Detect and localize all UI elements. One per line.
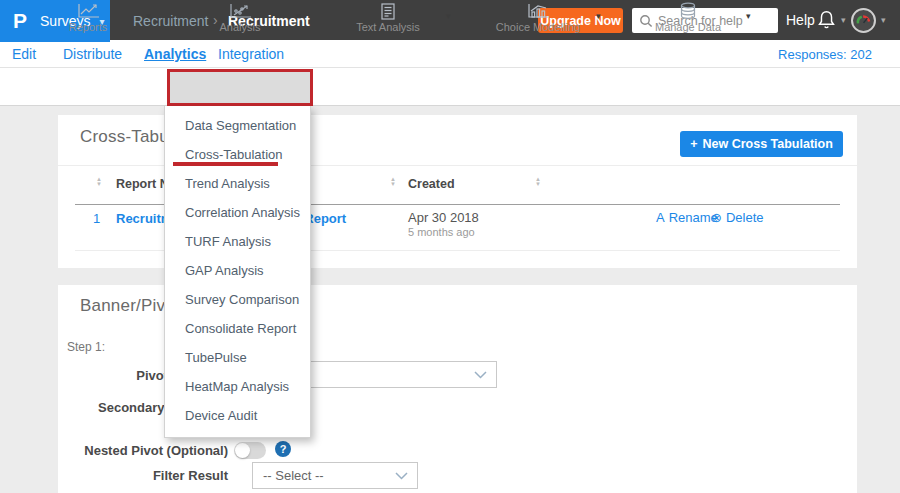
delete-circle-icon: ⊗ bbox=[711, 210, 722, 225]
created-date: Apr 30 2018 bbox=[408, 210, 479, 225]
chevron-down-icon[interactable]: ▾ bbox=[446, 11, 451, 21]
toolbar-item-text-analysis[interactable]: Text Analysis bbox=[328, 2, 448, 33]
tab-integration[interactable]: Integration bbox=[218, 46, 284, 62]
scatter-chart-icon bbox=[180, 2, 300, 20]
account-avatar[interactable] bbox=[851, 8, 876, 33]
menu-item-gap-analysis[interactable]: GAP Analysis bbox=[165, 256, 310, 285]
notifications-bell-icon[interactable] bbox=[816, 9, 837, 34]
analysis-highlight-annotation bbox=[167, 69, 313, 106]
toolbar-item-label: Choice Modelling bbox=[478, 21, 598, 33]
row-index: 1 bbox=[93, 211, 100, 226]
gauge-icon bbox=[853, 10, 874, 31]
help-question-icon[interactable]: ? bbox=[275, 441, 291, 457]
database-icon bbox=[628, 2, 748, 20]
rename-a-icon: A bbox=[656, 210, 665, 225]
sort-icon[interactable]: ▲▼ bbox=[535, 177, 541, 187]
nested-pivot-label: Nested Pivot (Optional) bbox=[58, 443, 228, 458]
menu-item-survey-comparison[interactable]: Survey Comparison bbox=[165, 285, 310, 314]
bar-line-chart-icon bbox=[478, 2, 598, 20]
cross-tabulation-underline-annotation bbox=[173, 162, 278, 166]
chevron-down-icon[interactable]: ▾ bbox=[596, 11, 601, 21]
toolbar-item-label: Manage Data bbox=[628, 21, 748, 33]
responses-count-link[interactable]: Responses: 202 bbox=[778, 47, 872, 62]
text-document-icon bbox=[328, 2, 448, 20]
chevron-down-icon[interactable]: ▾ bbox=[841, 15, 846, 25]
toolbar-item-label: Reports bbox=[28, 21, 148, 33]
created-ago: 5 months ago bbox=[408, 226, 475, 238]
menu-item-trend-analysis[interactable]: Trend Analysis bbox=[165, 169, 310, 198]
menu-item-device-audit[interactable]: Device Audit bbox=[165, 401, 310, 430]
toolbar-item-label: Analysis bbox=[180, 21, 300, 33]
chevron-down-icon[interactable]: ▾ bbox=[146, 11, 151, 21]
filter-result-label: Filter Result bbox=[58, 468, 228, 483]
toolbar-item-reports[interactable]: Reports bbox=[28, 2, 148, 33]
line-chart-icon bbox=[28, 2, 148, 20]
analysis-dropdown-menu: Data Segmentation Cross-Tabulation Trend… bbox=[164, 106, 311, 438]
sort-report-name-icon[interactable]: ▲▼ bbox=[96, 177, 102, 187]
menu-item-data-segmentation[interactable]: Data Segmentation bbox=[165, 111, 310, 140]
analytics-toolbar bbox=[0, 68, 900, 106]
sort-created-icon[interactable]: ▲▼ bbox=[390, 177, 396, 187]
toolbar-item-analysis[interactable]: Analysis bbox=[180, 2, 300, 33]
filter-result-select[interactable]: -- Select -- bbox=[252, 462, 418, 489]
toggle-knob bbox=[235, 443, 250, 458]
survey-tab-nav: Edit Distribute Analytics Integration Re… bbox=[0, 40, 900, 68]
rename-link[interactable]: ARename bbox=[656, 210, 718, 225]
menu-item-correlation-analysis[interactable]: Correlation Analysis bbox=[165, 198, 310, 227]
tab-distribute[interactable]: Distribute bbox=[63, 46, 122, 62]
menu-item-turf-analysis[interactable]: TURF Analysis bbox=[165, 227, 310, 256]
menu-item-consolidate-report[interactable]: Consolidate Report bbox=[165, 314, 310, 343]
column-header-created[interactable]: Created bbox=[408, 177, 455, 191]
toolbar-item-choice-modelling[interactable]: Choice Modelling bbox=[478, 2, 598, 33]
chevron-down-icon[interactable]: ▾ bbox=[746, 11, 751, 21]
menu-item-heatmap-analysis[interactable]: HeatMap Analysis bbox=[165, 372, 310, 401]
new-cross-tabulation-button[interactable]: +New Cross Tabulation bbox=[680, 131, 843, 157]
toolbar-item-label: Text Analysis bbox=[328, 21, 448, 33]
delete-link[interactable]: ⊗Delete bbox=[711, 210, 763, 225]
chevron-down-icon[interactable]: ▾ bbox=[296, 11, 301, 21]
help-link[interactable]: Help bbox=[786, 12, 815, 28]
chevron-down-icon bbox=[474, 371, 487, 379]
tab-analytics[interactable]: Analytics bbox=[144, 46, 206, 62]
chevron-down-icon[interactable]: ▾ bbox=[881, 15, 886, 25]
menu-item-tubepulse[interactable]: TubePulse bbox=[165, 343, 310, 372]
questionpro-logo-icon: P bbox=[13, 9, 27, 33]
nested-pivot-toggle[interactable] bbox=[234, 442, 266, 459]
toolbar-item-manage-data[interactable]: Manage Data bbox=[628, 2, 748, 33]
plus-icon: + bbox=[690, 137, 697, 151]
step-label: Step 1: bbox=[67, 340, 105, 354]
tab-edit[interactable]: Edit bbox=[12, 46, 36, 62]
chevron-down-icon bbox=[395, 472, 408, 480]
